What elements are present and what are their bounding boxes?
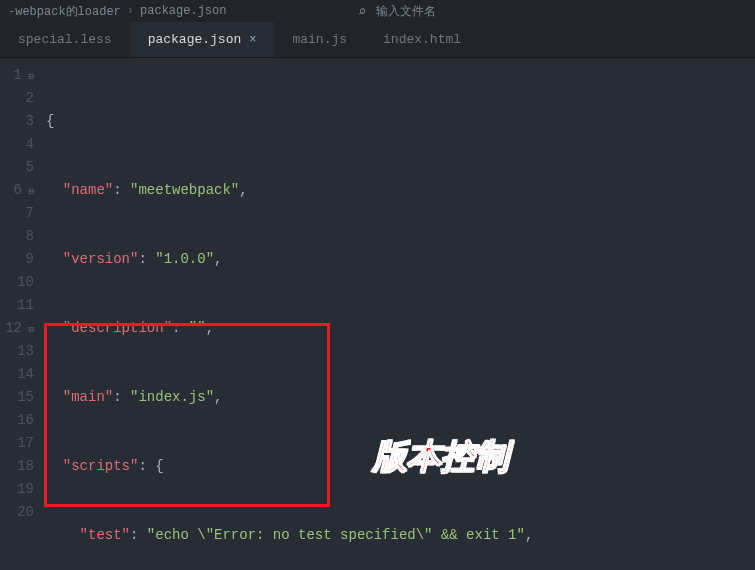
code-line[interactable]: "test": "echo \"Error: no test specified… — [42, 524, 755, 547]
tab-label: special.less — [18, 32, 112, 47]
code-line[interactable]: "version": "1.0.0", — [42, 248, 755, 271]
line-number[interactable]: 13 — [0, 340, 34, 363]
close-icon[interactable]: × — [249, 33, 256, 47]
annotation-text: 版本控制 — [373, 434, 509, 480]
tab-special-less[interactable]: special.less — [0, 22, 130, 57]
line-number[interactable]: 1⊟ — [0, 64, 34, 87]
search-icon[interactable]: ⌕ — [358, 3, 366, 20]
line-number[interactable]: 3 — [0, 110, 34, 133]
line-number[interactable]: 9 — [0, 248, 34, 271]
line-number[interactable]: 20 — [0, 501, 34, 524]
line-number[interactable]: 8 — [0, 225, 34, 248]
line-number[interactable]: 14 — [0, 363, 34, 386]
editor: 1⊟ 2 3 4 5 6⊟ 7 8 9 10 11 12⊟ 13 14 15 1… — [0, 58, 755, 570]
line-number[interactable]: 12⊟ — [0, 317, 34, 340]
tab-label: index.html — [383, 32, 461, 47]
tab-bar: special.less package.json × main.js inde… — [0, 22, 755, 58]
line-number[interactable]: 2 — [0, 87, 34, 110]
code-line[interactable]: { — [42, 110, 755, 133]
breadcrumb-part[interactable]: package.json — [140, 4, 226, 18]
line-number[interactable]: 7 — [0, 202, 34, 225]
search-placeholder[interactable]: 输入文件名 — [376, 3, 436, 20]
line-number[interactable]: 11 — [0, 294, 34, 317]
tab-index-html[interactable]: index.html — [365, 22, 479, 57]
code-line[interactable]: "name": "meetwebpack", — [42, 179, 755, 202]
tab-package-json[interactable]: package.json × — [130, 22, 275, 57]
breadcrumb-separator: › — [127, 4, 134, 18]
line-number[interactable]: 15 — [0, 386, 34, 409]
line-number[interactable]: 10 — [0, 271, 34, 294]
breadcrumb-part[interactable]: -webpack的loader — [8, 3, 121, 20]
tab-label: package.json — [148, 32, 242, 47]
fold-icon[interactable]: ⊟ — [24, 66, 34, 89]
line-number[interactable]: 5 — [0, 156, 34, 179]
fold-icon[interactable]: ⊟ — [24, 319, 34, 342]
tab-main-js[interactable]: main.js — [274, 22, 365, 57]
tab-label: main.js — [292, 32, 347, 47]
line-number[interactable]: 6⊟ — [0, 179, 34, 202]
code-area[interactable]: { "name": "meetwebpack", "version": "1.0… — [42, 58, 755, 570]
line-gutter: 1⊟ 2 3 4 5 6⊟ 7 8 9 10 11 12⊟ 13 14 15 1… — [0, 58, 42, 570]
search-area: ⌕ 输入文件名 — [350, 0, 444, 22]
fold-icon[interactable]: ⊟ — [24, 181, 34, 204]
line-number[interactable]: 19 — [0, 478, 34, 501]
line-number[interactable]: 18 — [0, 455, 34, 478]
code-line[interactable]: "main": "index.js", — [42, 386, 755, 409]
line-number[interactable]: 16 — [0, 409, 34, 432]
code-line[interactable]: "description": "", — [42, 317, 755, 340]
line-number[interactable]: 4 — [0, 133, 34, 156]
line-number[interactable]: 17 — [0, 432, 34, 455]
